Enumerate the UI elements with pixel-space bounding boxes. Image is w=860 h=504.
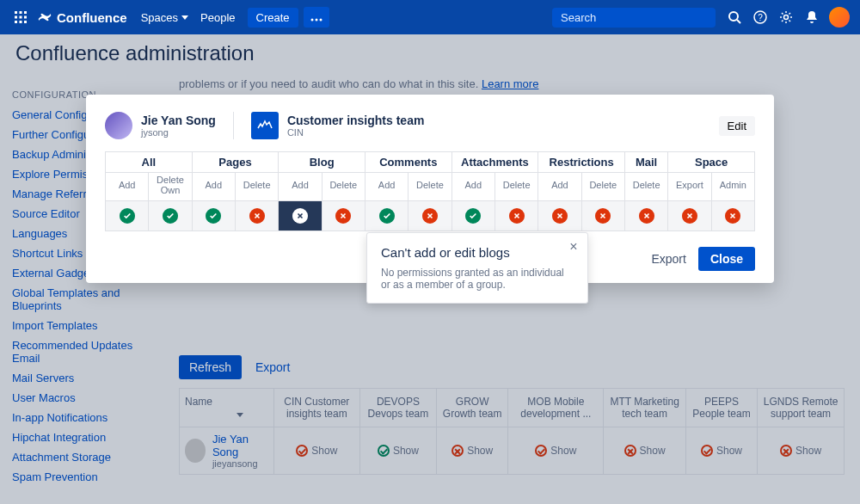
perm-sub: Admin (711, 173, 754, 201)
perm-group: Attachments (452, 152, 538, 173)
svg-point-11 (319, 19, 322, 22)
user-avatar[interactable] (829, 7, 850, 28)
space-icon (251, 112, 279, 139)
perm-group: Pages (192, 152, 279, 173)
perm-sub: Export (668, 173, 711, 201)
granted-icon (120, 208, 135, 224)
svg-rect-7 (20, 21, 22, 23)
denied-icon (292, 208, 308, 224)
denied-icon (249, 208, 265, 224)
search-icon[interactable] (722, 5, 746, 29)
top-nav: Confluence Spaces People Create Search ? (0, 0, 860, 34)
perm-sub: Add (365, 173, 408, 201)
search-input[interactable]: Search (552, 8, 716, 28)
svg-point-12 (729, 12, 738, 21)
settings-icon[interactable] (774, 5, 798, 29)
granted-icon (465, 208, 481, 224)
svg-point-9 (310, 19, 313, 22)
modal-space-name: Customer insights team (287, 114, 424, 127)
permission-cell[interactable] (279, 201, 322, 231)
perm-sub: Add (538, 173, 581, 201)
modal-space-key: CIN (287, 127, 424, 138)
perm-group: Space (668, 152, 755, 173)
popover-body: No permissions granted as an individual … (381, 267, 574, 291)
denied-icon (639, 208, 654, 224)
permission-cell[interactable] (538, 201, 581, 231)
denied-icon (595, 208, 611, 224)
modal-footer: Export Close (651, 247, 755, 271)
modal-user-handle: jysong (141, 127, 216, 138)
perm-group: Comments (365, 152, 452, 173)
granted-icon (379, 208, 395, 224)
permission-cell[interactable] (668, 201, 711, 231)
perm-group: Restrictions (538, 152, 625, 173)
perm-sub: Add (192, 173, 235, 201)
permission-cell[interactable] (149, 201, 192, 231)
denied-icon (509, 208, 525, 224)
app-switcher-icon[interactable] (10, 7, 31, 28)
svg-rect-3 (15, 16, 17, 19)
permissions-modal: Jie Yan Song jysong Customer insights te… (86, 95, 774, 283)
permission-cell[interactable] (581, 201, 624, 231)
svg-rect-1 (20, 11, 22, 14)
popover-title: Can't add or edit blogs (381, 245, 574, 260)
perm-sub: Add (279, 173, 322, 201)
nav-people[interactable]: People (200, 11, 235, 24)
denied-icon (682, 208, 697, 224)
permission-cell[interactable] (624, 201, 667, 231)
perm-sub: Add (106, 173, 149, 201)
svg-rect-0 (15, 11, 17, 14)
notifications-icon[interactable] (800, 5, 824, 29)
svg-rect-8 (24, 21, 27, 23)
modal-user-name: Jie Yan Song (141, 114, 216, 127)
denied-icon (552, 208, 568, 224)
svg-rect-6 (15, 21, 17, 23)
denied-icon (422, 208, 438, 224)
svg-rect-4 (20, 16, 22, 19)
svg-point-16 (784, 15, 789, 20)
denied-icon (725, 208, 740, 224)
permission-cell[interactable] (711, 201, 754, 231)
perm-sub: Delete (581, 173, 624, 201)
permission-cell[interactable] (408, 201, 452, 231)
perm-sub: Delete (235, 173, 278, 201)
denied-icon (335, 208, 351, 224)
perm-group: All (106, 152, 193, 173)
user-avatar-icon (105, 112, 132, 139)
permission-row (106, 201, 755, 231)
permission-cell[interactable] (106, 201, 149, 231)
perm-sub: Delete Own (149, 173, 192, 201)
create-button[interactable]: Create (248, 8, 298, 28)
perm-sub: Delete (494, 173, 538, 201)
close-button[interactable]: Close (698, 247, 755, 271)
confluence-logo[interactable]: Confluence (38, 10, 127, 25)
permission-cell[interactable] (235, 201, 278, 231)
permission-cell[interactable] (192, 201, 235, 231)
svg-rect-2 (24, 11, 27, 14)
brand-text: Confluence (57, 10, 127, 25)
permission-cell[interactable] (365, 201, 408, 231)
perm-sub: Add (452, 173, 494, 201)
perm-sub: Delete (624, 173, 667, 201)
more-button[interactable] (304, 7, 329, 28)
perm-sub: Delete (322, 173, 365, 201)
close-icon[interactable]: × (567, 240, 580, 254)
edit-button[interactable]: Edit (719, 116, 755, 136)
export-link[interactable]: Export (651, 252, 685, 266)
perm-group: Mail (624, 152, 667, 173)
permission-cell[interactable] (452, 201, 494, 231)
nav-spaces[interactable]: Spaces (141, 11, 188, 24)
granted-icon (163, 208, 178, 224)
permission-matrix: All Pages Blog Comments Attachments Rest… (105, 151, 755, 231)
help-icon[interactable]: ? (748, 5, 772, 29)
permission-popover: × Can't add or edit blogs No permissions… (366, 232, 588, 304)
perm-sub: Delete (408, 173, 452, 201)
svg-text:?: ? (758, 13, 763, 22)
svg-rect-5 (24, 16, 27, 19)
perm-group: Blog (279, 152, 366, 173)
permission-cell[interactable] (322, 201, 365, 231)
svg-point-10 (315, 19, 317, 22)
granted-icon (206, 208, 221, 224)
svg-line-13 (737, 20, 740, 23)
permission-cell[interactable] (494, 201, 538, 231)
